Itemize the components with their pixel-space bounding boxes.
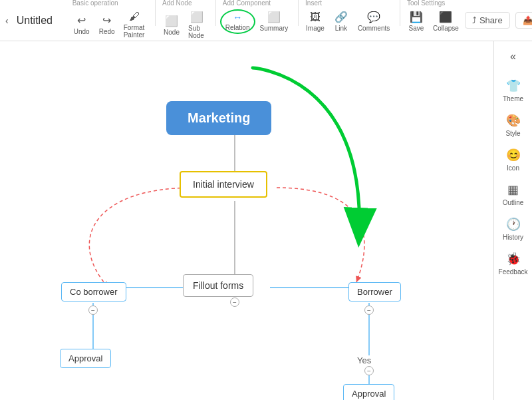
feedback-label: Feedback [499, 268, 528, 276]
yes-label: Yes [357, 355, 371, 365]
yes-node[interactable]: Yes [357, 355, 371, 365]
image-label: Image [306, 25, 325, 32]
icon-icon: 😊 [506, 148, 521, 162]
style-icon: 🎨 [506, 113, 521, 128]
link-button[interactable]: 🔗 Link [329, 9, 353, 34]
relation-icon: ↔ [233, 12, 242, 23]
borrower-node[interactable]: Borrower [348, 282, 401, 301]
export-button[interactable]: 📤 Export [515, 12, 532, 29]
initial-interview-label: Initial interview [193, 179, 254, 190]
marketing-node[interactable]: Marketing [166, 101, 271, 135]
co-borrower-node[interactable]: Co borrower [61, 282, 126, 301]
relation-label: Relation [225, 24, 250, 31]
right-sidebar: « 👕 Theme 🎨 Style 😊 Icon ▦ Outline 🕐 His… [493, 41, 532, 400]
outline-label: Outline [503, 199, 524, 206]
toolbar-right: ⤴ Share 📤 Export [465, 12, 532, 29]
share-label: Share [479, 15, 503, 25]
undo-label: Undo [74, 28, 90, 35]
collapse-button[interactable]: ⬛ Collapse [430, 9, 462, 34]
approval-left-node[interactable]: Approval [60, 349, 111, 368]
undo-button[interactable]: ↩ Undo [70, 12, 94, 37]
insert-label: Insert [303, 0, 322, 7]
sidebar-collapse-button[interactable]: « [494, 47, 532, 67]
sidebar-item-theme[interactable]: 👕 Theme [497, 75, 530, 106]
node-label: Node [164, 29, 180, 36]
add-node-group: Add Node ⬜ Node ⬜ Sub Node [160, 0, 209, 41]
main-area: Marketing Initial interview Fillout form… [0, 41, 532, 400]
basic-operation-label: Basic operation [70, 0, 118, 7]
sidebar-item-feedback[interactable]: 🐞 Feedback [497, 248, 530, 280]
fillout-forms-node[interactable]: Fillout forms [183, 274, 253, 297]
insert-items: 🖼 Image 🔗 Link 💬 Comments [303, 9, 393, 34]
canvas[interactable]: Marketing Initial interview Fillout form… [0, 41, 493, 400]
add-component-group: Add Component ↔ Relation ⬜ Summary [220, 0, 292, 34]
theme-label: Theme [503, 95, 523, 102]
tool-settings-items: 💾 Save ⬛ Collapse [404, 9, 462, 34]
undo-icon: ↩ [77, 14, 86, 27]
add-component-label: Add Component [220, 0, 271, 7]
minus-circle-borrower[interactable]: − [364, 305, 374, 315]
summary-label: Summary [260, 25, 289, 32]
sub-node-button[interactable]: ⬜ Sub Node [185, 9, 209, 41]
link-label: Link [335, 25, 347, 32]
image-button[interactable]: 🖼 Image [303, 9, 328, 34]
marketing-label: Marketing [188, 110, 250, 125]
redo-button[interactable]: ↪ Redo [95, 12, 119, 37]
divider-3 [298, 0, 299, 26]
add-node-items: ⬜ Node ⬜ Sub Node [160, 9, 209, 41]
tool-settings-label: Tool Settings [404, 0, 445, 7]
comments-button[interactable]: 💬 Comments [354, 9, 393, 34]
icon-label: Icon [507, 164, 519, 172]
link-icon: 🔗 [334, 11, 348, 23]
insert-group: Insert 🖼 Image 🔗 Link 💬 Comments [303, 0, 393, 34]
basic-operation-group: Basic operation ↩ Undo ↪ Redo 🖌 Format P… [70, 0, 149, 41]
style-label: Style [505, 130, 520, 137]
summary-button[interactable]: ⬜ Summary [257, 9, 292, 34]
save-label: Save [409, 25, 424, 32]
node-icon: ⬜ [165, 15, 178, 27]
approval-right-label: Approval [352, 389, 386, 399]
divider-1 [155, 0, 156, 26]
outline-icon: ▦ [507, 182, 519, 197]
sidebar-item-outline[interactable]: ▦ Outline [497, 178, 530, 210]
initial-interview-node[interactable]: Initial interview [180, 171, 267, 198]
sidebar-item-icon[interactable]: 😊 Icon [497, 144, 530, 176]
share-button[interactable]: ⤴ Share [465, 12, 510, 29]
back-button[interactable]: ‹ [5, 15, 9, 26]
feedback-icon: 🐞 [506, 252, 521, 266]
history-icon: 🕐 [506, 217, 521, 232]
history-label: History [503, 234, 523, 241]
redo-label: Redo [99, 28, 115, 35]
comments-icon: 💬 [367, 11, 380, 23]
basic-operation-items: ↩ Undo ↪ Redo 🖌 Format Painter [70, 9, 149, 41]
add-node-label: Add Node [160, 0, 192, 7]
format-painter-button[interactable]: 🖌 Format Painter [120, 9, 149, 41]
format-painter-icon: 🖌 [129, 11, 140, 23]
minus-circle-coborrower[interactable]: − [88, 305, 98, 315]
node-button[interactable]: ⬜ Node [160, 13, 184, 38]
tool-settings-group: Tool Settings 💾 Save ⬛ Collapse [404, 0, 462, 34]
theme-icon: 👕 [506, 79, 521, 93]
collapse-sidebar-icon: « [510, 51, 516, 63]
canvas-svg [0, 41, 493, 400]
share-icon: ⤴ [472, 15, 477, 25]
sidebar-item-style[interactable]: 🎨 Style [497, 109, 530, 141]
image-icon: 🖼 [310, 11, 321, 23]
summary-icon: ⬜ [267, 11, 281, 23]
relation-button[interactable]: ↔ Relation [220, 9, 255, 34]
sub-node-label: Sub Node [188, 25, 205, 39]
approval-right-node[interactable]: Approval [343, 384, 394, 400]
minus-circle-yes[interactable]: − [364, 366, 374, 375]
collapse-icon: ⬛ [439, 11, 452, 23]
toolbar-groups: Basic operation ↩ Undo ↪ Redo 🖌 Format P… [70, 0, 465, 41]
export-icon: 📤 [523, 15, 532, 25]
comments-label: Comments [358, 25, 390, 32]
green-arrow [233, 61, 379, 248]
sidebar-item-history[interactable]: 🕐 History [497, 213, 530, 245]
save-button[interactable]: 💾 Save [404, 9, 428, 34]
divider-4 [400, 0, 400, 26]
add-component-items: ↔ Relation ⬜ Summary [220, 9, 292, 34]
minus-circle-fillout[interactable]: − [230, 298, 239, 307]
collapse-label: Collapse [433, 25, 459, 32]
document-title: Untitled [17, 15, 57, 27]
